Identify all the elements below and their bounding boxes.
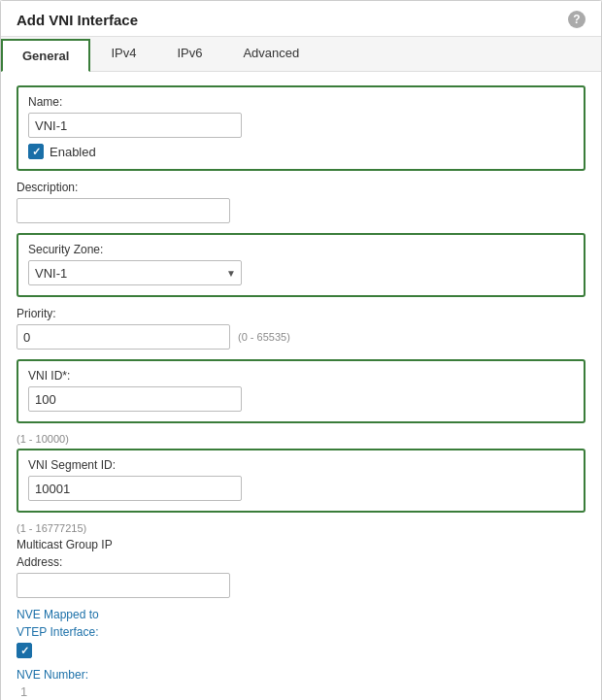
tab-advanced[interactable]: Advanced (222, 37, 319, 72)
tab-bar: General IPv4 IPv6 Advanced (1, 37, 601, 72)
tab-general[interactable]: General (1, 39, 90, 72)
tab-ipv4[interactable]: IPv4 (90, 37, 156, 72)
multicast-label-line1: Multicast Group IP (17, 538, 585, 551)
help-icon[interactable]: ? (568, 11, 585, 28)
nve-mapped-group: NVE Mapped to VTEP Interface: ✓ (17, 608, 585, 658)
enabled-row: ✓ Enabled (28, 144, 574, 159)
priority-input[interactable] (17, 324, 230, 350)
vni-segment-range: (1 - 16777215) (17, 522, 585, 534)
vni-id-range: (1 - 10000) (17, 433, 585, 445)
description-label: Description: (17, 181, 585, 194)
security-zone-select-wrapper: VNI-1 ▼ (28, 260, 242, 285)
multicast-group: Multicast Group IP Address: (17, 538, 585, 598)
description-input[interactable] (17, 198, 230, 223)
security-zone-label: Security Zone: (28, 243, 574, 256)
priority-group: Priority: (0 - 65535) (17, 307, 585, 350)
dialog-title: Add VNI Interface (17, 12, 138, 28)
vni-id-group: VNI ID*: (17, 359, 585, 423)
nve-mapped-checkbox[interactable]: ✓ (17, 643, 32, 658)
enabled-label: Enabled (50, 145, 96, 159)
priority-label: Priority: (17, 307, 585, 320)
nve-number-group: NVE Number: 1 (17, 668, 585, 699)
nve-number-label: NVE Number: (17, 668, 585, 682)
multicast-label-line2: Address: (17, 555, 585, 569)
nve-mapped-label-line1: NVE Mapped to (17, 608, 585, 621)
priority-row: (0 - 65535) (17, 324, 585, 350)
enabled-checkbox[interactable]: ✓ (28, 144, 44, 159)
priority-hint: (0 - 65535) (238, 331, 290, 343)
vni-segment-input[interactable] (28, 476, 242, 501)
nve-mapped-label-line2: VTEP Interface: (17, 625, 585, 639)
vni-id-input[interactable] (28, 386, 242, 412)
name-input[interactable] (28, 113, 242, 138)
vni-segment-group: VNI Segment ID: (17, 449, 585, 513)
multicast-input[interactable] (17, 573, 230, 598)
tab-ipv6[interactable]: IPv6 (156, 37, 222, 72)
checkmark-icon: ✓ (32, 146, 41, 158)
vni-id-label: VNI ID*: (28, 369, 574, 383)
nve-checkbox-row: ✓ (17, 643, 585, 658)
vni-segment-label: VNI Segment ID: (28, 458, 574, 472)
add-vni-dialog: Add VNI Interface ? General IPv4 IPv6 Ad… (0, 0, 602, 700)
dialog-header: Add VNI Interface ? (1, 1, 601, 37)
nve-checkmark-icon: ✓ (20, 645, 29, 657)
security-zone-group: Security Zone: VNI-1 ▼ (17, 233, 585, 297)
nve-number-value: 1 (17, 684, 31, 699)
name-group: Name: ✓ Enabled (17, 85, 585, 171)
security-zone-select[interactable]: VNI-1 (28, 260, 242, 285)
description-group: Description: (17, 181, 585, 223)
name-label: Name: (28, 95, 574, 109)
dialog-body: Name: ✓ Enabled Description: Security Zo… (1, 72, 601, 700)
